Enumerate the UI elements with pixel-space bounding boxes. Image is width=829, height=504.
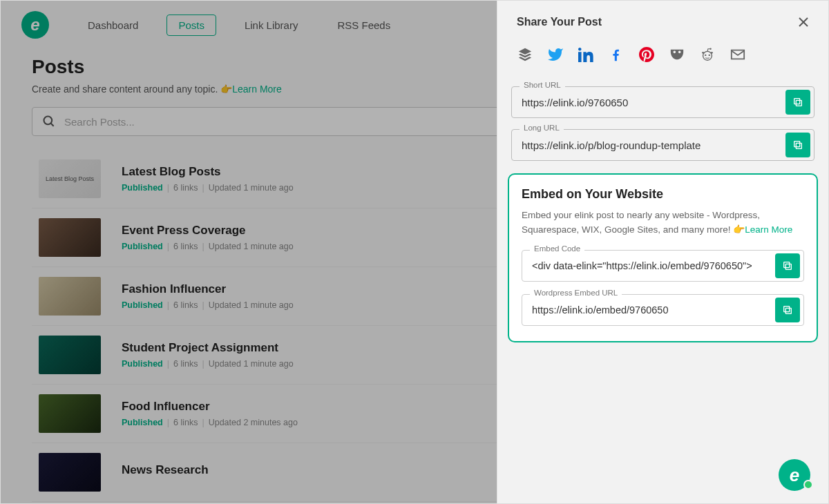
- long-url-group: Long URL https://elink.io/p/blog-roundup…: [511, 129, 814, 161]
- svg-point-6: [709, 55, 710, 56]
- social-share-row: [497, 39, 828, 79]
- short-url-group: Short URL https://elink.io/9760650: [511, 86, 814, 118]
- close-icon[interactable]: [798, 17, 809, 28]
- svg-rect-17: [784, 306, 790, 311]
- short-url-label: Short URL: [520, 81, 565, 89]
- long-url-value[interactable]: https://elink.io/p/blog-roundup-template: [511, 129, 814, 161]
- reddit-icon[interactable]: [699, 46, 716, 63]
- svg-point-5: [705, 55, 706, 56]
- embed-code-label: Embed Code: [530, 244, 584, 253]
- svg-rect-11: [794, 99, 800, 104]
- embed-code-group: Embed Code <div data-elink="https://elin…: [522, 250, 804, 282]
- twitter-icon[interactable]: [547, 46, 564, 63]
- svg-point-8: [702, 52, 704, 54]
- embed-title: Embed on Your Website: [522, 187, 804, 202]
- panel-title: Share Your Post: [517, 16, 602, 28]
- svg-point-7: [711, 52, 713, 54]
- pinterest-icon[interactable]: [638, 46, 655, 63]
- hootsuite-icon[interactable]: [669, 46, 685, 63]
- embed-learn-more-link[interactable]: Learn More: [745, 224, 792, 235]
- facebook-icon[interactable]: [608, 46, 625, 63]
- help-launcher[interactable]: e: [779, 459, 810, 491]
- svg-point-4: [703, 51, 712, 60]
- svg-rect-12: [796, 143, 801, 148]
- share-panel: Share Your Post Short URL https://elink.…: [497, 1, 828, 503]
- embed-description: Embed your elink post to nearly any webs…: [522, 209, 804, 238]
- modal-backdrop[interactable]: [1, 1, 498, 503]
- svg-rect-16: [785, 308, 791, 313]
- copy-wordpress-url-button[interactable]: [775, 298, 800, 322]
- buffer-icon[interactable]: [517, 46, 533, 63]
- svg-rect-13: [794, 142, 800, 147]
- long-url-label: Long URL: [520, 124, 564, 132]
- embed-code-value[interactable]: <div data-elink="https://elink.io/embed/…: [522, 250, 804, 282]
- short-url-value[interactable]: https://elink.io/9760650: [511, 86, 814, 118]
- email-icon[interactable]: [730, 46, 746, 63]
- pointer-icon: 👉: [733, 224, 745, 235]
- linkedin-icon[interactable]: [578, 46, 594, 63]
- svg-rect-15: [784, 262, 790, 267]
- embed-card: Embed on Your Website Embed your elink p…: [508, 173, 818, 342]
- wordpress-url-value[interactable]: https://elink.io/embed/9760650: [522, 294, 804, 326]
- wordpress-url-label: Wordpress Embed URL: [530, 289, 622, 297]
- copy-short-url-button[interactable]: [785, 90, 810, 115]
- svg-rect-10: [796, 100, 801, 106]
- copy-embed-code-button[interactable]: [775, 253, 800, 278]
- copy-long-url-button[interactable]: [785, 133, 810, 157]
- svg-rect-14: [785, 264, 791, 269]
- wordpress-url-group: Wordpress Embed URL https://elink.io/emb…: [522, 294, 804, 326]
